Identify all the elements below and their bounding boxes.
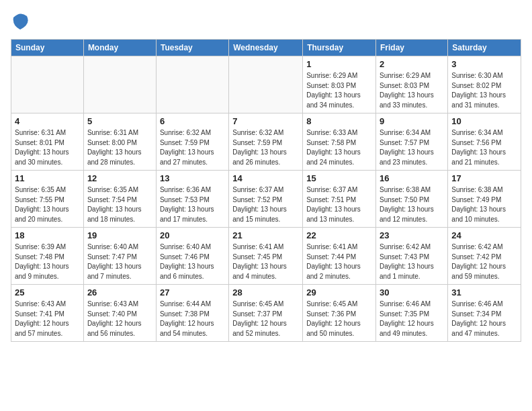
col-header-friday: Friday — [376, 40, 448, 56]
day-info: Sunrise: 6:36 AMSunset: 7:53 PMDaylight:… — [160, 185, 225, 224]
day-info: Sunrise: 6:42 AMSunset: 7:43 PMDaylight:… — [380, 242, 444, 281]
day-cell — [156, 56, 228, 113]
day-cell: 6Sunrise: 6:32 AMSunset: 7:59 PMDaylight… — [156, 113, 228, 171]
day-cell: 13Sunrise: 6:36 AMSunset: 7:53 PMDayligh… — [156, 171, 228, 228]
day-cell: 22Sunrise: 6:41 AMSunset: 7:44 PMDayligh… — [303, 228, 376, 285]
day-info: Sunrise: 6:41 AMSunset: 7:44 PMDaylight:… — [306, 242, 372, 281]
day-info: Sunrise: 6:37 AMSunset: 7:52 PMDaylight:… — [232, 185, 299, 224]
day-cell — [229, 56, 303, 113]
day-info: Sunrise: 6:32 AMSunset: 7:59 PMDaylight:… — [232, 128, 299, 167]
day-number: 1 — [306, 59, 372, 69]
day-number: 31 — [451, 287, 517, 298]
day-cell: 9Sunrise: 6:34 AMSunset: 7:57 PMDaylight… — [376, 113, 448, 171]
day-info: Sunrise: 6:44 AMSunset: 7:38 PMDaylight:… — [160, 300, 225, 338]
day-info: Sunrise: 6:46 AMSunset: 7:35 PMDaylight:… — [380, 300, 444, 338]
day-info: Sunrise: 6:35 AMSunset: 7:54 PMDaylight:… — [87, 185, 152, 224]
day-number: 25 — [15, 287, 80, 298]
day-number: 30 — [380, 287, 444, 298]
week-row-3: 11Sunrise: 6:35 AMSunset: 7:55 PMDayligh… — [11, 171, 521, 228]
day-cell: 20Sunrise: 6:40 AMSunset: 7:46 PMDayligh… — [156, 228, 228, 285]
day-number: 26 — [87, 287, 152, 298]
day-cell: 25Sunrise: 6:43 AMSunset: 7:41 PMDayligh… — [11, 285, 84, 342]
day-number: 29 — [306, 287, 372, 298]
day-cell: 17Sunrise: 6:38 AMSunset: 7:49 PMDayligh… — [448, 171, 521, 228]
day-cell: 1Sunrise: 6:29 AMSunset: 8:03 PMDaylight… — [303, 56, 376, 113]
day-cell: 31Sunrise: 6:46 AMSunset: 7:34 PMDayligh… — [448, 285, 521, 342]
day-cell: 27Sunrise: 6:44 AMSunset: 7:38 PMDayligh… — [156, 285, 228, 342]
day-cell — [11, 56, 84, 113]
day-number: 12 — [87, 173, 152, 183]
day-number: 9 — [380, 116, 444, 126]
day-info: Sunrise: 6:29 AMSunset: 8:03 PMDaylight:… — [306, 71, 372, 110]
day-info: Sunrise: 6:31 AMSunset: 8:01 PMDaylight:… — [15, 128, 80, 167]
day-info: Sunrise: 6:43 AMSunset: 7:40 PMDaylight:… — [87, 300, 152, 338]
day-info: Sunrise: 6:45 AMSunset: 7:36 PMDaylight:… — [306, 300, 372, 338]
day-number: 28 — [232, 287, 299, 298]
day-number: 11 — [15, 173, 80, 183]
day-cell: 10Sunrise: 6:34 AMSunset: 7:56 PMDayligh… — [448, 113, 521, 171]
day-info: Sunrise: 6:40 AMSunset: 7:47 PMDaylight:… — [87, 242, 152, 281]
day-number: 13 — [160, 173, 225, 183]
day-number: 19 — [87, 230, 152, 240]
day-number: 23 — [380, 230, 444, 240]
calendar-table: SundayMondayTuesdayWednesdayThursdayFrid… — [11, 39, 521, 342]
day-number: 10 — [451, 116, 517, 126]
day-number: 18 — [15, 230, 80, 240]
col-header-sunday: Sunday — [11, 40, 84, 56]
day-cell: 14Sunrise: 6:37 AMSunset: 7:52 PMDayligh… — [229, 171, 303, 228]
day-info: Sunrise: 6:30 AMSunset: 8:02 PMDaylight:… — [451, 71, 517, 110]
day-cell: 16Sunrise: 6:38 AMSunset: 7:50 PMDayligh… — [376, 171, 448, 228]
logo-icon — [12, 11, 28, 31]
col-header-monday: Monday — [83, 40, 156, 56]
day-info: Sunrise: 6:32 AMSunset: 7:59 PMDaylight:… — [160, 128, 225, 167]
day-info: Sunrise: 6:38 AMSunset: 7:50 PMDaylight:… — [380, 185, 444, 224]
day-number: 3 — [451, 59, 517, 69]
logo — [11, 11, 28, 31]
day-number: 16 — [380, 173, 444, 183]
day-number: 17 — [451, 173, 517, 183]
day-cell: 8Sunrise: 6:33 AMSunset: 7:58 PMDaylight… — [303, 113, 376, 171]
col-header-thursday: Thursday — [303, 40, 376, 56]
day-cell: 4Sunrise: 6:31 AMSunset: 8:01 PMDaylight… — [11, 113, 84, 171]
day-cell: 28Sunrise: 6:45 AMSunset: 7:37 PMDayligh… — [229, 285, 303, 342]
week-row-4: 18Sunrise: 6:39 AMSunset: 7:48 PMDayligh… — [11, 228, 521, 285]
day-info: Sunrise: 6:42 AMSunset: 7:42 PMDaylight:… — [451, 242, 517, 281]
col-header-tuesday: Tuesday — [156, 40, 228, 56]
day-cell: 23Sunrise: 6:42 AMSunset: 7:43 PMDayligh… — [376, 228, 448, 285]
day-info: Sunrise: 6:41 AMSunset: 7:45 PMDaylight:… — [232, 242, 299, 281]
day-info: Sunrise: 6:38 AMSunset: 7:49 PMDaylight:… — [451, 185, 517, 224]
day-cell: 21Sunrise: 6:41 AMSunset: 7:45 PMDayligh… — [229, 228, 303, 285]
col-header-wednesday: Wednesday — [229, 40, 303, 56]
day-cell: 5Sunrise: 6:31 AMSunset: 8:00 PMDaylight… — [83, 113, 156, 171]
col-header-saturday: Saturday — [448, 40, 521, 56]
day-info: Sunrise: 6:34 AMSunset: 7:56 PMDaylight:… — [451, 128, 517, 167]
day-number: 21 — [232, 230, 299, 240]
week-row-1: 1Sunrise: 6:29 AMSunset: 8:03 PMDaylight… — [11, 56, 521, 113]
day-number: 27 — [160, 287, 225, 298]
day-cell: 3Sunrise: 6:30 AMSunset: 8:02 PMDaylight… — [448, 56, 521, 113]
day-info: Sunrise: 6:31 AMSunset: 8:00 PMDaylight:… — [87, 128, 152, 167]
week-row-2: 4Sunrise: 6:31 AMSunset: 8:01 PMDaylight… — [11, 113, 521, 171]
day-number: 24 — [451, 230, 517, 240]
day-cell: 7Sunrise: 6:32 AMSunset: 7:59 PMDaylight… — [229, 113, 303, 171]
day-cell: 11Sunrise: 6:35 AMSunset: 7:55 PMDayligh… — [11, 171, 84, 228]
day-number: 8 — [306, 116, 372, 126]
day-cell: 24Sunrise: 6:42 AMSunset: 7:42 PMDayligh… — [448, 228, 521, 285]
day-number: 5 — [87, 116, 152, 126]
day-info: Sunrise: 6:35 AMSunset: 7:55 PMDaylight:… — [15, 185, 80, 224]
day-info: Sunrise: 6:45 AMSunset: 7:37 PMDaylight:… — [232, 300, 299, 338]
day-cell: 15Sunrise: 6:37 AMSunset: 7:51 PMDayligh… — [303, 171, 376, 228]
calendar-header-row: SundayMondayTuesdayWednesdayThursdayFrid… — [11, 40, 521, 56]
day-cell: 19Sunrise: 6:40 AMSunset: 7:47 PMDayligh… — [83, 228, 156, 285]
day-cell: 2Sunrise: 6:29 AMSunset: 8:03 PMDaylight… — [376, 56, 448, 113]
day-info: Sunrise: 6:39 AMSunset: 7:48 PMDaylight:… — [15, 242, 80, 281]
day-info: Sunrise: 6:43 AMSunset: 7:41 PMDaylight:… — [15, 300, 80, 338]
day-cell: 29Sunrise: 6:45 AMSunset: 7:36 PMDayligh… — [303, 285, 376, 342]
day-number: 20 — [160, 230, 225, 240]
day-number: 2 — [380, 59, 444, 69]
week-row-5: 25Sunrise: 6:43 AMSunset: 7:41 PMDayligh… — [11, 285, 521, 342]
day-number: 4 — [15, 116, 80, 126]
day-info: Sunrise: 6:40 AMSunset: 7:46 PMDaylight:… — [160, 242, 225, 281]
day-number: 22 — [306, 230, 372, 240]
day-number: 15 — [306, 173, 372, 183]
